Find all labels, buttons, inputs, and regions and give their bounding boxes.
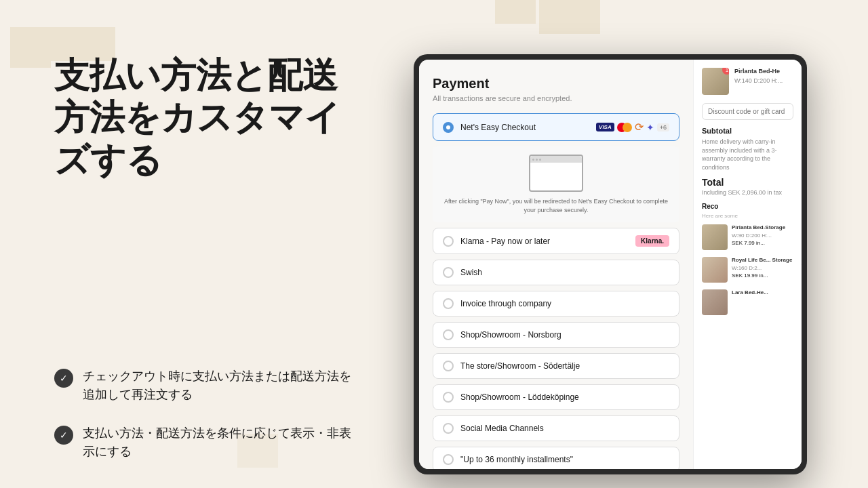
feature-item-2: ✓ 支払い方法・配送方法を条件に応じて表示・非表示にする xyxy=(54,424,353,461)
browser-mock xyxy=(529,155,583,192)
klarna-label: Klarna - Pay now or later xyxy=(460,237,629,246)
payment-option-invoice[interactable]: Invoice through company xyxy=(433,291,679,317)
check-icon-1: ✓ xyxy=(54,369,73,388)
cart-item-info-1: Pirlanta Bed-He W:140 D:200 H:... xyxy=(734,68,783,95)
radio-installments xyxy=(443,454,454,465)
reco-info-3: Lara Bed-He... xyxy=(732,289,768,315)
feature-item-1: ✓ チェックアウト時に支払い方法または配送方法を追加して再注文する xyxy=(54,367,353,404)
invoice-label: Invoice through company xyxy=(460,299,669,308)
tablet-frame: Payment All transactions are secure and … xyxy=(414,54,807,474)
tablet-screen: Payment All transactions are secure and … xyxy=(419,60,802,469)
reco-info-2: Royal Life Be... Storage W:160 D:2... SE… xyxy=(732,257,792,283)
reco-name-3: Lara Bed-He... xyxy=(732,289,768,296)
social-label: Social Media Channels xyxy=(460,424,669,433)
installments-label: "Up to 36 monthly installments" xyxy=(460,455,669,464)
total-label: Total xyxy=(702,177,793,188)
payment-option-social[interactable]: Social Media Channels xyxy=(433,415,679,441)
reco-item-3[interactable]: Lara Bed-He... xyxy=(702,289,793,315)
payment-subtitle: All transactions are secure and encrypte… xyxy=(433,94,679,102)
subtotal-desc: Home delivery with carry-in assembly inc… xyxy=(702,138,793,171)
reco-item-1[interactable]: Pirlanta Bed-Storage W:90 D:200 H:... SE… xyxy=(702,224,793,250)
cart-item-dim-1: W:140 D:200 H:... xyxy=(734,77,783,84)
payment-option-swish[interactable]: Swish xyxy=(433,260,679,285)
checkout-redirect-text: After clicking "Pay Now", you will be re… xyxy=(441,197,671,214)
mastercard-logo xyxy=(617,123,632,132)
cart-item-1: 1 Pirlanta Bed-He W:140 D:200 H:... xyxy=(702,68,793,95)
payment-option-sodertalje[interactable]: The store/Showroom - Södertälje xyxy=(433,353,679,379)
payment-title: Payment xyxy=(433,76,679,92)
reco-info-1: Pirlanta Bed-Storage W:90 D:200 H:... SE… xyxy=(732,224,785,250)
reco-img-3 xyxy=(702,289,728,315)
visa-logo: VISA xyxy=(596,123,614,131)
checkout-embed: → After clicking "Pay Now", you will be … xyxy=(433,146,679,222)
radio-norsborg xyxy=(443,329,454,340)
reco-name-1: Pirlanta Bed-Storage xyxy=(732,224,785,231)
reco-price-2: SEK 19.99 in... xyxy=(732,272,792,279)
sidebar-panel: 1 Pirlanta Bed-He W:140 D:200 H:... Subt… xyxy=(693,60,802,469)
payment-option-klarna[interactable]: Klarna - Pay now or later Klarna. xyxy=(433,228,679,254)
feature-text-1: チェックアウト時に支払い方法または配送方法を追加して再注文する xyxy=(83,367,353,404)
reco-name-2: Royal Life Be... Storage xyxy=(732,257,792,264)
cart-item-name-1: Pirlanta Bed-He xyxy=(734,68,783,76)
subtotal-section: Subtotal Home delivery with carry-in ass… xyxy=(702,127,793,171)
nets-label: Net's Easy Checkout xyxy=(460,123,589,132)
discount-input[interactable] xyxy=(702,103,793,120)
lodde-label: Shop/Showroom - Löddeköpinge xyxy=(460,392,669,402)
device-area: Payment All transactions are secure and … xyxy=(393,0,868,488)
plus-badge: +6 xyxy=(657,123,669,131)
radio-invoice xyxy=(443,298,454,309)
total-tax: Including SEK 2,096.00 in tax xyxy=(702,189,793,196)
payment-panel: Payment All transactions are secure and … xyxy=(419,60,693,469)
payment-option-installments[interactable]: "Up to 36 monthly installments" xyxy=(433,447,679,469)
radio-lodde xyxy=(443,392,454,403)
sodertalje-label: The store/Showroom - Södertälje xyxy=(460,361,669,371)
features-list: ✓ チェックアウト時に支払い方法または配送方法を追加して再注文する ✓ 支払い方… xyxy=(54,367,353,461)
reco-price-1: SEK 7.99 in... xyxy=(732,240,785,246)
payment-option-lodde[interactable]: Shop/Showroom - Löddeköpinge xyxy=(433,384,679,410)
main-title: 支払い方法と配送方法をカスタマイズする xyxy=(54,54,353,181)
left-panel: 支払い方法と配送方法をカスタマイズする ✓ チェックアウト時に支払い方法または配… xyxy=(0,0,387,488)
check-icon-2: ✓ xyxy=(54,426,73,445)
feature-text-2: 支払い方法・配送方法を条件に応じて表示・非表示にする xyxy=(83,424,353,461)
radio-social xyxy=(443,423,454,434)
reco-subtitle: Here are some xyxy=(702,213,793,219)
subtotal-label: Subtotal xyxy=(702,127,793,135)
norsborg-label: Shop/Showroom - Norsborg xyxy=(460,330,669,340)
reco-dim-2: W:160 D:2... xyxy=(732,265,792,271)
reco-dim-1: W:90 D:200 H:... xyxy=(732,232,785,239)
radio-nets xyxy=(443,122,454,133)
cart-item-image-1: 1 xyxy=(702,68,729,95)
reco-title: Reco xyxy=(702,203,793,210)
payment-option-nets[interactable]: Net's Easy Checkout VISA ⟳ ✦ +6 xyxy=(433,113,679,141)
payment-option-norsborg[interactable]: Shop/Showroom - Norsborg xyxy=(433,322,679,348)
paypal-icon: ⟳ xyxy=(635,121,644,134)
reco-img-1 xyxy=(702,224,728,250)
reco-item-2[interactable]: Royal Life Be... Storage W:160 D:2... SE… xyxy=(702,257,793,283)
radio-swish xyxy=(443,267,454,278)
radio-klarna xyxy=(443,236,454,247)
swish-label: Swish xyxy=(460,268,669,277)
payment-logos: VISA ⟳ ✦ +6 xyxy=(596,121,669,134)
radio-sodertalje xyxy=(443,361,454,371)
klarna-badge: Klarna. xyxy=(635,235,669,247)
extra-icon: ✦ xyxy=(646,122,654,133)
reco-img-2 xyxy=(702,257,728,283)
